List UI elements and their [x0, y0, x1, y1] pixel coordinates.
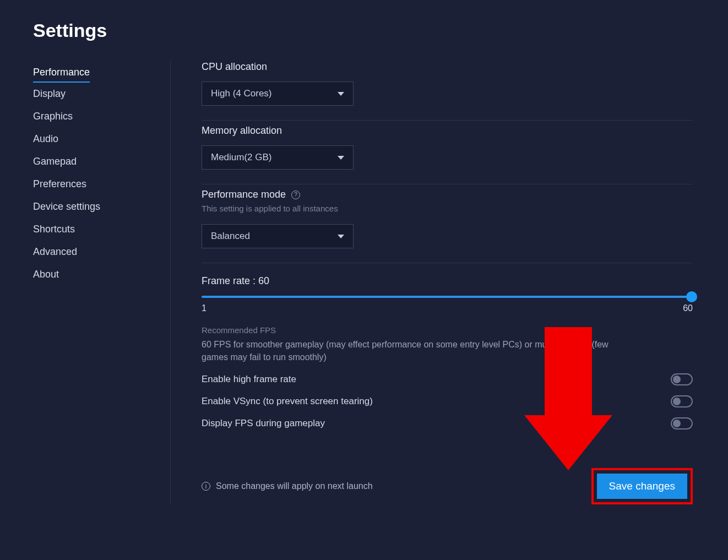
memory-allocation-value: Medium(2 GB) — [211, 152, 272, 163]
enable-high-frame-rate-label: Enable high frame rate — [202, 374, 296, 385]
memory-allocation-label: Memory allocation — [202, 125, 693, 137]
sidebar-item-performance[interactable]: Performance — [33, 61, 90, 83]
help-icon[interactable]: ? — [291, 191, 300, 199]
save-changes-button[interactable]: Save changes — [597, 474, 687, 499]
sidebar-item-gamepad[interactable]: Gamepad — [33, 150, 77, 173]
frame-rate-max: 60 — [683, 303, 693, 313]
memory-allocation-select[interactable]: Medium(2 GB) — [202, 145, 354, 170]
chevron-down-icon — [338, 235, 344, 238]
frame-rate-label: Frame rate : 60 — [202, 275, 693, 287]
settings-sidebar: Performance Display Graphics Audio Gamep… — [33, 61, 171, 504]
sidebar-item-about[interactable]: About — [33, 263, 59, 286]
slider-thumb[interactable] — [686, 291, 697, 302]
sidebar-item-shortcuts[interactable]: Shortcuts — [33, 218, 75, 241]
sidebar-item-advanced[interactable]: Advanced — [33, 241, 77, 263]
performance-mode-value: Balanced — [211, 231, 250, 242]
cpu-allocation-select[interactable]: High (4 Cores) — [202, 81, 354, 106]
save-annotation-box: Save changes — [591, 468, 693, 504]
enable-high-frame-rate-toggle[interactable] — [671, 373, 693, 385]
performance-mode-select[interactable]: Balanced — [202, 224, 354, 248]
sidebar-item-preferences[interactable]: Preferences — [33, 173, 86, 195]
info-icon: i — [202, 482, 210, 491]
frame-rate-min: 1 — [202, 303, 207, 313]
cpu-allocation-value: High (4 Cores) — [211, 88, 272, 99]
performance-mode-label: Performance mode — [202, 189, 286, 200]
sidebar-item-display[interactable]: Display — [33, 83, 66, 105]
recommended-fps-title: Recommended FPS — [202, 325, 693, 335]
sidebar-item-audio[interactable]: Audio — [33, 128, 58, 150]
footer-note-text: Some changes will apply on next launch — [216, 481, 373, 491]
enable-vsync-toggle[interactable] — [671, 395, 693, 407]
enable-vsync-label: Enable VSync (to prevent screen tearing) — [202, 396, 373, 407]
chevron-down-icon — [338, 92, 344, 96]
chevron-down-icon — [338, 156, 344, 160]
recommended-fps-body: 60 FPS for smoother gameplay (may effect… — [202, 338, 609, 363]
display-fps-label: Display FPS during gameplay — [202, 418, 325, 429]
display-fps-toggle[interactable] — [671, 417, 693, 429]
sidebar-item-graphics[interactable]: Graphics — [33, 105, 73, 128]
sidebar-item-device-settings[interactable]: Device settings — [33, 195, 100, 218]
performance-mode-sub: This setting is applied to all instances — [202, 204, 693, 213]
frame-rate-slider[interactable] — [202, 296, 693, 298]
settings-main: CPU allocation High (4 Cores) Memory all… — [171, 61, 695, 504]
page-title: Settings — [33, 20, 695, 41]
cpu-allocation-label: CPU allocation — [202, 61, 693, 73]
